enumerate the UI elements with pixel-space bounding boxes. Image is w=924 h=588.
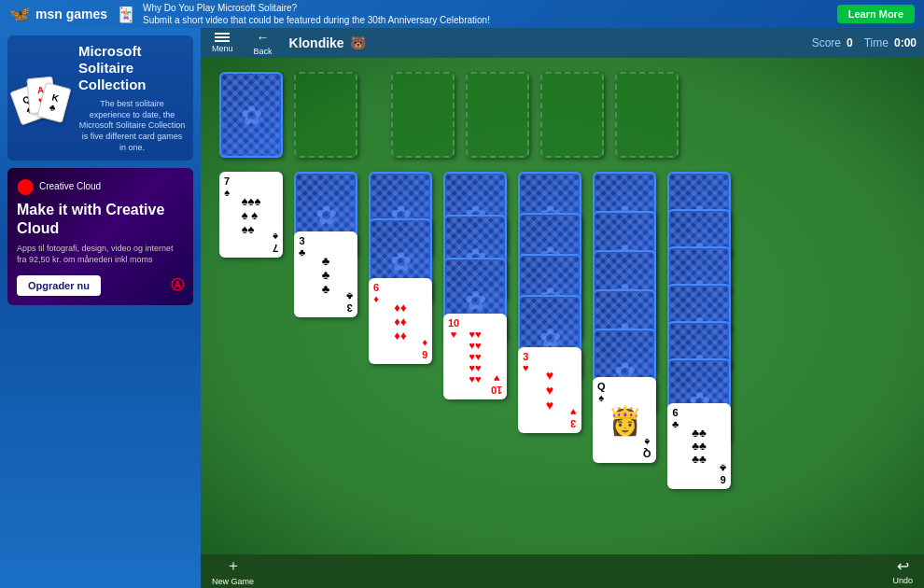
learn-more-button[interactable]: Learn More [837, 5, 915, 23]
foundation-1 [391, 72, 455, 158]
left-sidebar: Q♠ A♥ K♣ MicrosoftSolitaireCollection Th… [0, 28, 201, 588]
undo-button[interactable]: ↩ Undo [892, 557, 913, 585]
menu-button[interactable]: Menu [208, 29, 237, 57]
tableau-col-7: ✿ ✿ ✿ ✿ ✿ ✿ [667, 172, 731, 489]
back-arrow-icon: ← [257, 30, 270, 45]
foundation-4 [615, 72, 679, 158]
banner-promo: 🃏 Why Do You Play Microsoft Solitaire? S… [117, 2, 828, 26]
tableau-col-2: ✿ 3♣ ♣♣♣ 3♣ [294, 172, 357, 489]
card-queen-spades[interactable]: Q♠ 👸 Q♠ [593, 377, 656, 463]
foundation-2 [466, 72, 529, 158]
foundation-3 [540, 72, 604, 158]
card-10-hearts[interactable]: 10♥ ♥♥♥♥♥♥♥♥♥♥ 10♥ [443, 314, 507, 399]
card-rank-bottom: 10♥ [491, 373, 502, 396]
hamburger-icon [215, 36, 230, 38]
solitaire-promo: Q♠ A♥ K♣ MicrosoftSolitaireCollection Th… [7, 35, 193, 161]
time-value: 0:00 [894, 36, 917, 49]
tableau-col-4: ✿ ✿ ✿ 10♥ ♥♥♥♥♥♥♥♥♥♥ 10♥ [443, 172, 507, 489]
card-rank-top: 3♥ [523, 351, 529, 373]
card-rank-top: 7♠ [224, 175, 230, 198]
card-3-hearts[interactable]: 3♥ ♥♥♥ 3♥ [518, 347, 581, 433]
undo-icon: ↩ [897, 557, 909, 575]
card-rank-bottom: 6♣ [720, 463, 726, 485]
tableau-col-3: ✿ ✿ 6♦ ♦♦♦♦♦♦ 6♦ [369, 172, 432, 489]
tableau-col-5: ✿ ✿ ✿ ✿ 3♥ ♥♥♥ 3♥ [518, 172, 581, 489]
ad-banner: ⬤ Creative Cloud Make it with Creative C… [7, 168, 193, 305]
cc-label: Creative Cloud [39, 181, 101, 191]
new-game-icon: ＋ [226, 556, 241, 576]
back-button[interactable]: ← Back [248, 28, 278, 58]
game-table: ✿ 7♠ [201, 58, 924, 554]
msn-butterfly-icon: 🦋 [9, 4, 30, 24]
promo-line1: Why Do You Play Microsoft Solitaire? [143, 2, 490, 14]
game-title-text: Klondike [289, 35, 344, 50]
stock-pile[interactable]: ✿ [219, 72, 283, 158]
time-label: Time [864, 36, 889, 49]
card-back-pattern: ✿ [221, 74, 281, 156]
cards-image: Q♠ A♥ K♣ [15, 68, 71, 129]
game-area: Menu ← Back Klondike 🐻 Score 0 Time 0:00 [201, 28, 924, 588]
card-rank-top: 6♣ [672, 407, 679, 429]
hamburger-icon [215, 33, 230, 35]
promo-line2: Submit a short video that could be featu… [143, 14, 490, 26]
undo-label: Undo [892, 576, 913, 585]
new-game-label: New Game [212, 577, 254, 586]
card-rank-top: 6♦ [373, 282, 379, 304]
waste-pile [294, 72, 357, 158]
tableau: 7♠ ♠♠♠♠ ♠♠♠ 7♠ ✿ 3♣ ♣♣♣ 3♣ [219, 172, 905, 489]
new-game-button[interactable]: ＋ New Game [212, 556, 254, 586]
card-rank-top: Q♠ [597, 381, 606, 403]
adobe-a-icon: Ⓐ [171, 277, 184, 294]
hamburger-icon [215, 40, 230, 42]
card-3-clubs[interactable]: 3♣ ♣♣♣ 3♣ [294, 231, 357, 317]
msn-games-label: msn games [35, 7, 107, 21]
tableau-col-1: 7♠ ♠♠♠♠ ♠♠♠ 7♠ [219, 172, 283, 489]
ad-headline: Make it with Creative Cloud [17, 201, 184, 236]
main-layout: Q♠ A♥ K♣ MicrosoftSolitaireCollection Th… [0, 28, 924, 588]
score-label: Score [812, 36, 841, 49]
card-rank-bottom: 3♥ [570, 407, 577, 429]
card-rank-bottom: 7♠ [273, 231, 278, 254]
promo-desc: The best solitaire experience to date, t… [78, 99, 186, 153]
bear-icon: 🐻 [350, 35, 366, 50]
top-banner: 🦋 msn games 🃏 Why Do You Play Microsoft … [0, 0, 924, 28]
card-rank-bottom: 3♣ [346, 291, 353, 314]
score-section: Score 0 [812, 36, 853, 49]
card-rank-top: 3♣ [299, 235, 305, 258]
top-row: ✿ [219, 72, 905, 158]
game-toolbar: Menu ← Back Klondike 🐻 Score 0 Time 0:00 [201, 28, 924, 58]
card-6-diamonds[interactable]: 6♦ ♦♦♦♦♦♦ 6♦ [369, 278, 432, 364]
msn-logo: 🦋 msn games [9, 4, 107, 24]
card-rank-bottom: 6♦ [422, 338, 427, 360]
score-value: 0 [847, 36, 853, 49]
menu-label: Menu [212, 44, 233, 53]
upgrade-button[interactable]: Opgrader nu [17, 275, 101, 296]
ad-header: ⬤ Creative Cloud [17, 177, 184, 195]
promo-text: Why Do You Play Microsoft Solitaire? Sub… [143, 2, 490, 26]
time-section: Time 0:00 [864, 36, 917, 49]
cards-icon: 🃏 [117, 6, 135, 23]
game-title: Klondike 🐻 [289, 35, 366, 50]
promo-title: MicrosoftSolitaireCollection [78, 43, 186, 93]
card-6-clubs[interactable]: 6♣ ♣♣♣♣♣♣ 6♣ [667, 403, 731, 489]
card-rank-top: 10♥ [448, 317, 459, 340]
adobe-logo-icon: ⬤ [17, 177, 34, 195]
back-label: Back [254, 47, 273, 56]
card-rank-bottom: Q♠ [643, 437, 651, 459]
ad-subtext: Apps til fotografi, design, video og int… [17, 243, 184, 266]
tableau-col-6: ✿ ✿ ✿ ✿ ✿ Q♠ 👸 [593, 172, 656, 489]
card-7-spades[interactable]: 7♠ ♠♠♠♠ ♠♠♠ 7♠ [219, 172, 283, 258]
bottom-toolbar: ＋ New Game ↩ Undo [201, 554, 924, 588]
